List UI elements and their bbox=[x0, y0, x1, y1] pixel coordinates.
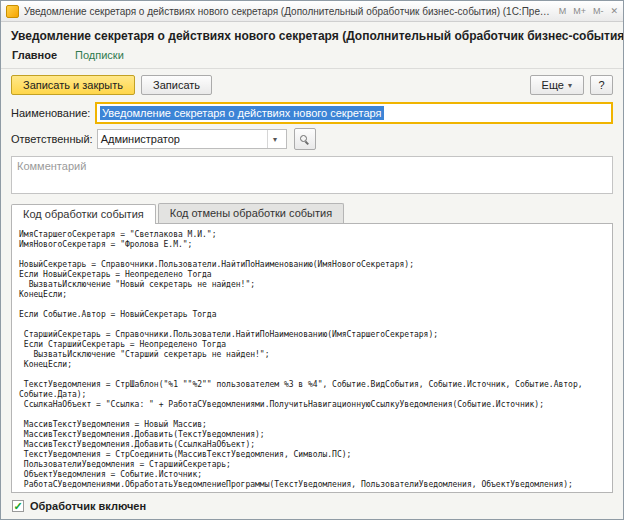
comment-textarea[interactable] bbox=[11, 156, 613, 194]
tab-main[interactable]: Главное bbox=[12, 49, 57, 61]
open-responsible-button[interactable] bbox=[294, 128, 316, 150]
1c-app-icon bbox=[6, 5, 19, 18]
font-scale-plus-button[interactable]: M+ bbox=[573, 6, 586, 16]
section-nav: Главное Подписки bbox=[1, 47, 623, 69]
title-bar: Уведомление секретаря о действиях нового… bbox=[1, 1, 623, 22]
handler-enabled-label: Обработчик включен bbox=[30, 500, 146, 512]
name-input-selected-text: Уведомление секретаря о действиях нового… bbox=[100, 106, 384, 120]
tab-subscriptions[interactable]: Подписки bbox=[75, 49, 124, 61]
code-editor[interactable]: ИмяСтаршегоСекретаря = "Светлакова М.И."… bbox=[12, 224, 612, 493]
more-button-label: Еще bbox=[542, 79, 564, 91]
app-window: Уведомление секретаря о действиях нового… bbox=[0, 0, 624, 520]
dropdown-arrow-icon[interactable]: ▾ bbox=[267, 130, 283, 148]
name-row: Наименование: Уведомление секретаря о де… bbox=[1, 100, 623, 126]
window-title: Уведомление секретаря о действиях нового… bbox=[24, 6, 554, 17]
footer-bar: ✓ Обработчик включен bbox=[1, 493, 623, 519]
more-button[interactable]: Еще ▾ bbox=[530, 75, 584, 95]
responsible-field-label: Ответственный: bbox=[11, 133, 93, 145]
window-controls: M M+ M- ✕ bbox=[559, 6, 618, 16]
name-input[interactable]: Уведомление секретаря о действиях нового… bbox=[95, 102, 613, 124]
form-toolbar: Записать и закрыть Записать Еще ▾ ? bbox=[1, 69, 623, 100]
save-button[interactable]: Записать bbox=[141, 75, 212, 95]
save-and-close-button[interactable]: Записать и закрыть bbox=[11, 75, 135, 95]
magnifier-icon bbox=[299, 134, 310, 145]
code-editor-panel: ИмяСтаршегоСекретаря = "Светлакова М.И."… bbox=[11, 223, 613, 493]
close-icon[interactable]: ✕ bbox=[610, 6, 618, 16]
responsible-combo[interactable]: Администратор ▾ bbox=[97, 129, 287, 149]
comment-row bbox=[1, 152, 623, 196]
font-scale-button[interactable]: M bbox=[559, 6, 567, 16]
font-scale-minus-button[interactable]: M- bbox=[593, 6, 604, 16]
tab-cancel-handler-code[interactable]: Код отмены обработки события bbox=[158, 203, 344, 223]
responsible-row: Ответственный: Администратор ▾ bbox=[1, 126, 623, 152]
responsible-value: Администратор bbox=[101, 133, 267, 145]
handler-enabled-checkbox[interactable]: ✓ bbox=[12, 500, 24, 512]
name-field-label: Наименование: bbox=[11, 107, 91, 119]
chevron-down-icon: ▾ bbox=[568, 81, 572, 90]
help-button[interactable]: ? bbox=[590, 75, 613, 95]
code-tabs: Код обработки события Код отмены обработ… bbox=[1, 196, 623, 223]
tab-event-handler-code[interactable]: Код обработки события bbox=[11, 204, 156, 224]
page-title: Уведомление секретаря о действиях нового… bbox=[1, 22, 623, 47]
